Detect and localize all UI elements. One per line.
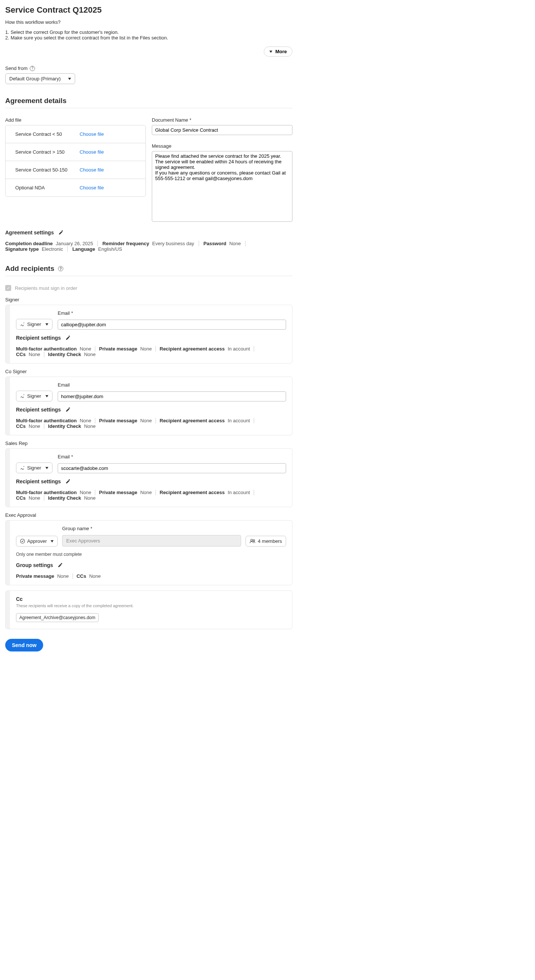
signer-icon <box>20 394 25 398</box>
email-input[interactable] <box>58 391 286 401</box>
drag-handle[interactable] <box>6 449 10 507</box>
signer-icon <box>20 465 25 470</box>
agreement-settings-row: Completion deadlineJanuary 26, 2025Remin… <box>5 241 293 252</box>
file-row: Optional NDA Choose file <box>6 179 145 196</box>
drag-handle[interactable] <box>6 377 10 435</box>
email-input[interactable] <box>58 320 286 329</box>
file-name: Service Contract 50-150 <box>15 167 71 173</box>
setting-key: Language <box>72 246 95 252</box>
cc-chip[interactable]: Agreement_Archive@caseyjones.dom <box>16 613 99 622</box>
group-name-input[interactable]: Exec Approvers <box>62 535 241 547</box>
workflow-intro: How this workflow works? <box>5 19 293 25</box>
setting-key: CCs <box>16 495 25 501</box>
setting-key: Private message <box>99 490 137 495</box>
role-select[interactable]: Signer <box>16 463 53 473</box>
approver-icon <box>20 539 25 544</box>
setting-value: None <box>140 346 152 352</box>
setting-key: Recipient agreement access <box>159 346 225 352</box>
message-label: Message <box>152 143 293 149</box>
agreement-settings-heading: Agreement settings <box>5 229 54 235</box>
help-icon[interactable]: ? <box>30 66 35 71</box>
role-select[interactable]: Signer <box>16 319 53 329</box>
setting-key: Signature type <box>5 246 39 252</box>
role-label: Approver <box>27 538 47 544</box>
recipient-label: Co Signer <box>5 369 293 374</box>
setting-key: Private message <box>99 346 137 352</box>
setting-value: None <box>57 573 69 579</box>
setting-key: Private message <box>16 573 54 579</box>
page-title: Service Contract Q12025 <box>5 5 293 15</box>
setting-value: In account <box>228 418 250 423</box>
recipient-label: Exec Approval <box>5 512 293 518</box>
pencil-icon[interactable] <box>65 335 71 340</box>
file-row: Service Contract > 150 Choose file <box>6 143 145 161</box>
setting-key: CCs <box>16 423 25 429</box>
setting-value: Every business day <box>152 241 194 246</box>
send-from-select[interactable]: Default Group (Primary) <box>5 73 75 84</box>
pencil-icon[interactable] <box>58 563 63 568</box>
document-name-input[interactable] <box>152 125 293 135</box>
setting-value: Electronic <box>42 246 63 252</box>
setting-value: None <box>84 352 96 357</box>
email-label: Email <box>58 382 70 388</box>
drag-handle[interactable] <box>6 305 10 363</box>
send-from-value: Default Group (Primary) <box>9 76 61 81</box>
file-name: Service Contract < 50 <box>15 131 71 137</box>
setting-key: Completion deadline <box>5 241 53 246</box>
email-label: Email <box>58 310 70 316</box>
choose-file-link[interactable]: Choose file <box>80 131 104 137</box>
setting-value: None <box>29 495 40 501</box>
recipient-settings-heading: Recipient settings <box>16 335 61 341</box>
setting-value: None <box>29 423 40 429</box>
chevron-down-icon <box>269 51 272 53</box>
choose-file-link[interactable]: Choose file <box>80 149 104 155</box>
role-select[interactable]: Signer <box>16 391 53 401</box>
setting-key: Password <box>204 241 226 246</box>
choose-file-link[interactable]: Choose file <box>80 185 104 191</box>
recipient-label: Signer <box>5 297 293 302</box>
cc-desc: These recipients will receive a copy of … <box>16 603 285 608</box>
message-textarea[interactable]: Please find attached the service contrac… <box>152 151 293 222</box>
send-now-button[interactable]: Send now <box>5 639 43 651</box>
setting-key: Reminder frequency <box>102 241 149 246</box>
pencil-icon[interactable] <box>65 407 71 412</box>
file-name: Optional NDA <box>15 185 71 191</box>
setting-key: Multi-factor authentication <box>16 418 76 423</box>
members-button[interactable]: 4 members <box>245 536 286 547</box>
more-button[interactable]: More <box>264 46 293 57</box>
help-icon[interactable]: ? <box>58 266 63 271</box>
setting-key: Identity Check <box>48 495 81 501</box>
file-name: Service Contract > 150 <box>15 149 71 155</box>
drag-handle[interactable] <box>6 520 10 585</box>
setting-value: January 26, 2025 <box>56 241 93 246</box>
only-one-note: Only one member must complete <box>16 552 286 557</box>
required-asterisk: * <box>91 526 92 531</box>
group-name-label: Group name <box>62 526 89 531</box>
people-icon <box>250 539 256 544</box>
setting-value: English/US <box>98 246 122 252</box>
choose-file-link[interactable]: Choose file <box>80 167 104 173</box>
role-select[interactable]: Approver <box>16 536 58 547</box>
setting-key: Multi-factor authentication <box>16 490 76 495</box>
email-input[interactable] <box>58 463 286 473</box>
svg-point-2 <box>253 539 255 541</box>
pencil-icon[interactable] <box>59 230 64 235</box>
drag-handle[interactable] <box>6 591 10 629</box>
setting-key: CCs <box>16 352 25 357</box>
send-from-label: Send from <box>5 65 27 71</box>
setting-value: None <box>29 352 40 357</box>
setting-value: None <box>80 490 91 495</box>
chevron-down-icon <box>45 395 48 397</box>
role-label: Signer <box>27 465 41 471</box>
pencil-icon[interactable] <box>65 479 71 484</box>
setting-key: Recipient agreement access <box>159 418 225 423</box>
document-name-label: Document Name <box>152 117 188 123</box>
required-asterisk: * <box>190 118 192 123</box>
agreement-details-heading: Agreement details <box>5 97 293 105</box>
setting-key: Recipient agreement access <box>159 490 225 495</box>
chevron-down-icon <box>45 467 48 469</box>
file-row: Service Contract < 50 Choose file <box>6 126 145 143</box>
workflow-step-2: 2. Make sure you select the correct cont… <box>5 35 293 41</box>
recipient-label: Sales Rep <box>5 441 293 446</box>
file-table: Service Contract < 50 Choose file Servic… <box>5 125 146 197</box>
